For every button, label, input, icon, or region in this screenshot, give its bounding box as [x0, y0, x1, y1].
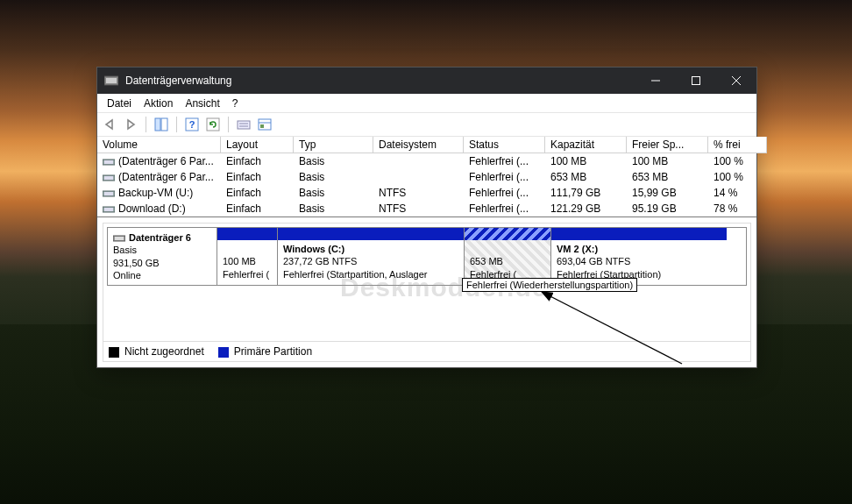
svg-rect-7	[161, 118, 167, 131]
partition-header	[551, 228, 727, 240]
volume-list[interactable]: VolumeLayoutTypDateisystemStatusKapazitä…	[97, 137, 756, 217]
column-header-pct[interactable]: % frei	[708, 137, 767, 153]
svg-text:?: ?	[189, 119, 195, 130]
svg-rect-26	[115, 237, 124, 240]
partitions-container: 100 MBFehlerfrei (Windows (C:)237,72 GB …	[217, 228, 746, 285]
back-button[interactable]	[101, 116, 118, 133]
partition-header	[217, 228, 277, 240]
svg-rect-24	[104, 208, 113, 211]
table-row[interactable]: Backup-VM (U:)EinfachBasisNTFSFehlerfrei…	[97, 185, 767, 201]
list-button[interactable]	[256, 116, 273, 133]
volume-cell: (Datenträger 6 Par...	[97, 169, 221, 185]
maximize-button[interactable]	[676, 67, 716, 94]
partition-header	[278, 228, 464, 240]
partition-header	[465, 228, 550, 240]
svg-rect-3	[692, 77, 700, 85]
svg-rect-11	[238, 121, 250, 129]
column-header-layout[interactable]: Layout	[221, 137, 294, 153]
menu-file[interactable]: Datei	[107, 97, 131, 110]
table-row[interactable]: Download (D:)EinfachBasisNTFSFehlerfrei …	[97, 201, 767, 217]
volume-cell: Download (D:)	[97, 201, 221, 217]
column-header-capacity[interactable]: Kapazität	[545, 137, 627, 153]
table-row[interactable]: (Datenträger 6 Par...EinfachBasisFehlerf…	[97, 153, 767, 169]
legend-unallocated: Nicht zugeordnet	[109, 345, 204, 358]
disk-graphical-view: Datenträger 6 Basis 931,50 GB Online 100…	[103, 223, 751, 362]
partition[interactable]: Windows (C:)237,72 GB NTFSFehlerfrei (St…	[277, 228, 464, 285]
partition[interactable]: 100 MBFehlerfrei (	[217, 228, 277, 285]
disk-info: Datenträger 6 Basis 931,50 GB Online	[108, 228, 217, 285]
settings-button[interactable]	[235, 116, 252, 133]
column-header-filesystem[interactable]: Dateisystem	[373, 137, 464, 153]
title-bar[interactable]: Datenträgerverwaltung	[97, 67, 756, 94]
disk-size: 931,50 GB	[113, 258, 160, 268]
app-icon	[104, 75, 118, 87]
menu-action[interactable]: Aktion	[144, 97, 173, 110]
volume-cell: Backup-VM (U:)	[97, 185, 221, 201]
volume-cell: (Datenträger 6 Par...	[97, 153, 221, 169]
menu-bar: Datei Aktion Ansicht ?	[97, 94, 756, 112]
legend: Nicht zugeordnet Primäre Partition	[103, 341, 750, 361]
disk-management-window: Datenträgerverwaltung Datei Aktion Ansic…	[96, 67, 757, 368]
column-header-typ[interactable]: Typ	[294, 137, 373, 153]
svg-rect-6	[155, 118, 160, 131]
window-title: Datenträgerverwaltung	[125, 75, 231, 87]
disk-state: Online	[113, 270, 141, 280]
minimize-button[interactable]	[635, 67, 676, 94]
disk-row[interactable]: Datenträger 6 Basis 931,50 GB Online 100…	[107, 227, 747, 286]
toolbar: ?	[97, 112, 756, 137]
svg-rect-22	[104, 192, 113, 195]
partition[interactable]: VM 2 (X:)693,04 GB NTFSFehlerfrei (Start…	[550, 228, 727, 285]
forward-button[interactable]	[122, 116, 139, 133]
column-header-volume[interactable]: Volume	[97, 137, 221, 153]
disk-type: Basis	[113, 245, 137, 255]
help-button[interactable]: ?	[183, 116, 201, 133]
tree-button[interactable]	[153, 116, 170, 133]
menu-help[interactable]: ?	[232, 97, 238, 110]
menu-view[interactable]: Ansicht	[185, 97, 219, 110]
svg-rect-16	[260, 124, 264, 128]
partition-body: Windows (C:)237,72 GB NTFSFehlerfrei (St…	[278, 240, 464, 283]
column-header-status[interactable]: Status	[464, 137, 545, 153]
table-row[interactable]: (Datenträger 6 Par...EinfachBasisFehlerf…	[97, 169, 767, 185]
disk-name: Datenträger 6	[129, 232, 191, 243]
column-header-free[interactable]: Freier Sp...	[627, 137, 708, 153]
svg-rect-20	[104, 176, 113, 180]
partition[interactable]: 653 MBFehlerfrei (	[464, 228, 550, 285]
close-button[interactable]	[716, 67, 756, 94]
partition-body: 100 MBFehlerfrei (	[217, 240, 277, 283]
svg-rect-1	[106, 78, 117, 83]
refresh-button[interactable]	[204, 116, 222, 133]
svg-rect-18	[104, 160, 113, 164]
partition-tooltip: Fehlerfrei (Wiederherstellungspartition)	[462, 278, 637, 292]
partition-body: VM 2 (X:)693,04 GB NTFSFehlerfrei (Start…	[551, 240, 727, 283]
legend-primary: Primäre Partition	[218, 345, 312, 358]
